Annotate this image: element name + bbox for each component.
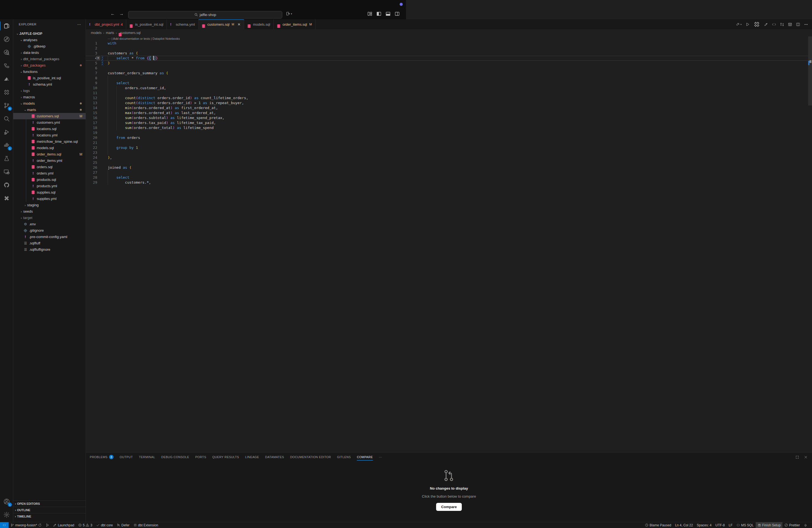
sidebar-item-staging[interactable]: ›staging [13, 202, 86, 208]
sidebar-item-analyses[interactable]: ⌄analyses [13, 37, 86, 43]
sidebar-item-pre-commit-config-yaml[interactable]: !.pre-commit-config.yaml [13, 234, 86, 240]
breadcrumb-item[interactable]: models [91, 31, 102, 35]
sidebar-item-dbt-internal-packages[interactable]: ›dbt_internal_packages [13, 56, 86, 62]
code-line-14[interactable]: 14 min(orders.ordered_at) as first_order… [86, 105, 406, 111]
command-center-search[interactable]: jaffle-shop [128, 11, 282, 18]
activity-source-control[interactable]: 4 [0, 99, 13, 112]
code-line-8[interactable]: 8 [86, 76, 406, 80]
sidebar-item-is-positive-int-sql[interactable]: is_positive_int.sql [13, 75, 86, 81]
activity-github[interactable] [0, 178, 13, 192]
code-line-2[interactable]: 2 [86, 46, 406, 51]
sidebar-item-env[interactable]: ⚙.env [13, 221, 86, 227]
code-line-3[interactable]: 3customers as ( [86, 51, 406, 56]
activity-extensions[interactable]: 1 [0, 138, 13, 152]
code-line-4[interactable]: 4+ select * from {{ }} [86, 56, 406, 61]
activity-hierarchy-view[interactable] [0, 59, 13, 72]
code-line-16[interactable]: 16 sum(orders.subtotal) as lifetime_spen… [86, 115, 406, 120]
sidebar-item-seeds[interactable]: ›seeds [13, 208, 86, 215]
code-line-17[interactable]: 17 sum(orders.tax_paid) as lifetime_tax_… [86, 120, 406, 126]
activity-dbt-x-filled[interactable] [0, 192, 13, 205]
sidebar-item-gitkeep[interactable]: .gitkeep [13, 43, 86, 49]
code-line-6[interactable]: 6 [86, 66, 406, 71]
back-button[interactable]: ← [111, 11, 115, 16]
toggle-sidebar-icon[interactable] [377, 12, 381, 16]
code-line-13[interactable]: 13 count(distinct orders.order_id) > 1 a… [86, 101, 406, 105]
sidebar-item-gitignore[interactable]: .gitignore [13, 227, 86, 234]
breadcrumb[interactable]: models›marts›customers.sql [86, 29, 406, 36]
code-editor[interactable]: ⋯ | Add documentation or tests | Datapil… [86, 36, 406, 264]
explorer-more-icon[interactable]: ⋯ [77, 22, 82, 27]
sidebar-item-metricflow-time-spine-sql[interactable]: metricflow_time_spine.sql [13, 138, 86, 145]
sidebar-item-data-tests[interactable]: ›data-tests [13, 49, 86, 56]
breadcrumb-file[interactable]: customers.sql [120, 31, 141, 35]
activity-explorer[interactable] [0, 19, 13, 33]
activity-testing[interactable] [0, 152, 13, 165]
tab-is-positive-int-sql[interactable]: is_positive_int.sql [126, 19, 167, 29]
customize-layout-icon[interactable] [367, 12, 372, 16]
activity-dbt-query-history[interactable] [0, 46, 13, 59]
code-line-18[interactable]: 18 sum(orders.order_total) as lifetime_s… [86, 126, 406, 130]
code-line-22[interactable]: 22 group by 1 [86, 145, 406, 150]
sidebar-item-sqlfluff[interactable]: ☰.sqlfluff [13, 240, 86, 246]
sidebar-item-supplies-yml[interactable]: !supplies.yml [13, 195, 86, 202]
code-line-7[interactable]: 7customer_orders_summary as ( [86, 71, 406, 76]
sidebar-item-order-items-yml[interactable]: !order_items.yml [13, 157, 86, 164]
sidebar-item-products-sql[interactable]: products.sql [13, 176, 86, 183]
forward-button[interactable]: → [119, 11, 124, 16]
sidebar-item-models[interactable]: ⌄models [13, 100, 86, 107]
breadcrumb-item[interactable]: marts [106, 31, 114, 35]
code-line-20[interactable]: 20 from orders [86, 135, 406, 140]
activity-search[interactable] [0, 112, 13, 126]
tab-models-sql[interactable]: models.sql [244, 19, 274, 29]
sidebar-item-dbt-packages[interactable]: ›dbt_packages [13, 62, 86, 69]
tab-customers-sql[interactable]: customers.sqlM✕ [199, 19, 244, 29]
code-line-10[interactable]: 10 orders.customer_id, [86, 86, 406, 91]
sidebar-item-functions[interactable]: ⌄functions [13, 69, 86, 75]
code-line-26[interactable]: 26joined as ( [86, 165, 406, 170]
code-line-1[interactable]: 1with [86, 41, 406, 46]
code-line-27[interactable]: 27 [86, 170, 406, 175]
sidebar-item-models-sql[interactable]: models.sql [13, 145, 86, 151]
sidebar-item-logs[interactable]: ›logs [13, 88, 86, 94]
sidebar-item-locations-yml[interactable]: !locations.yml [13, 132, 86, 138]
add-inline-button[interactable]: + [96, 56, 100, 60]
code-line-11[interactable]: 11 [86, 91, 406, 96]
sidebar-item-orders-yml[interactable]: !orders.yml [13, 170, 86, 176]
sidebar-item-order-items-sql[interactable]: order_items.sqlM [13, 151, 86, 157]
activity-dbt-circle-graph[interactable] [0, 33, 13, 46]
code-line-12[interactable]: 12 count(distinct orders.order_id) as co… [86, 96, 406, 101]
activity-run-and-debug[interactable] [0, 126, 13, 138]
activity-dbt-logo[interactable] [0, 72, 13, 86]
codelens-actions[interactable]: ⋯ | Add documentation or tests | Datapil… [86, 36, 406, 41]
code-line-5[interactable]: 5) [86, 61, 406, 66]
sidebar-item-sqlfluffignore[interactable]: ☰.sqlfluffignore [13, 246, 86, 253]
sidebar-item-products-yml[interactable]: !products.yml [13, 183, 86, 189]
activity-dbt-power-user[interactable] [0, 86, 13, 99]
sidebar-item-marts[interactable]: ⌄marts [13, 107, 86, 113]
toggle-panel-icon[interactable] [386, 12, 390, 16]
sidebar-item-customers-yml[interactable]: !customers.yml [13, 119, 86, 126]
sidebar-item-macros[interactable]: ›macros [13, 94, 86, 100]
sidebar-item-target[interactable]: ›target [13, 215, 86, 221]
code-line-9[interactable]: 9 select [86, 80, 406, 86]
sidebar-item-supplies-sql[interactable]: supplies.sql [13, 189, 86, 195]
tab-order-items-sql[interactable]: order_items.sqlM [274, 19, 315, 29]
copilot-menu[interactable]: ▾ [286, 12, 292, 16]
tab-dbt-project-yml[interactable]: !dbt_project.yml4 [86, 19, 126, 29]
close-icon[interactable]: ✕ [237, 23, 241, 27]
code-line-28[interactable]: 28 select [86, 175, 406, 180]
sidebar-item-schema-yml[interactable]: !schema.yml [13, 81, 86, 88]
tab-schema-yml[interactable]: !schema.yml [167, 19, 198, 29]
code-line-15[interactable]: 15 max(orders.ordered_at) as last_ordere… [86, 111, 406, 115]
sidebar-item-jaffle-shop[interactable]: ⌄JAFFLE-SHOP [13, 30, 86, 37]
code-line-24[interactable]: 24), [86, 155, 406, 160]
sidebar-item-customers-sql[interactable]: customers.sqlM [13, 113, 86, 119]
code-line-29[interactable]: 29 customers.*, [86, 180, 406, 185]
sidebar-item-orders-sql[interactable]: orders.sql [13, 164, 86, 170]
activity-remote-explorer[interactable] [0, 165, 13, 178]
code-line-19[interactable]: 19 [86, 130, 406, 135]
sidebar-item-locations-sql[interactable]: locations.sql [13, 126, 86, 132]
code-line-21[interactable]: 21 [86, 140, 406, 145]
code-line-23[interactable]: 23 [86, 150, 406, 155]
code-line-25[interactable]: 25 [86, 160, 406, 165]
